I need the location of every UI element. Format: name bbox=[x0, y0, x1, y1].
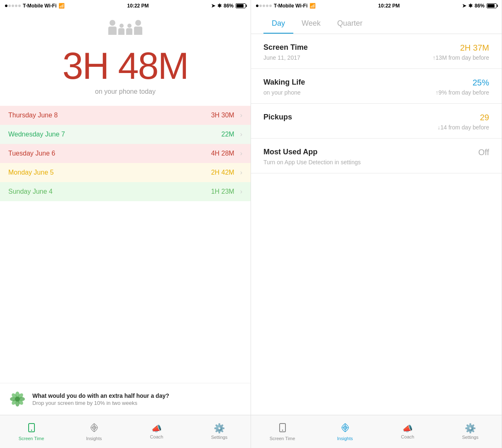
stat-value: 25% bbox=[473, 78, 489, 88]
coach-flower-icon bbox=[8, 390, 27, 408]
stat-bottom: June 11, 2017 ↑13M from day before bbox=[263, 54, 489, 61]
dot1 bbox=[5, 5, 7, 7]
right-panel: T-Mobile Wi-Fi 📶 10:22 PM ➤ ✱ 86% Day We… bbox=[251, 0, 502, 448]
day-row[interactable]: Thursday June 8 3H 30M › bbox=[0, 106, 251, 125]
person-body bbox=[118, 28, 124, 35]
stat-top: Waking Life 25% bbox=[263, 78, 489, 88]
tab-coach-label-left: Coach bbox=[150, 434, 163, 439]
tab-insights-left[interactable]: Insights bbox=[63, 423, 125, 441]
person-body bbox=[126, 28, 132, 35]
person-adult-left bbox=[108, 20, 117, 35]
dot4 bbox=[15, 5, 17, 7]
stat-title: Screen Time bbox=[263, 43, 308, 52]
day-row[interactable]: Sunday June 4 1H 23M › bbox=[0, 182, 251, 201]
carrier-right: T-Mobile Wi-Fi bbox=[274, 3, 307, 9]
svg-point-8 bbox=[15, 397, 20, 402]
person-child-1 bbox=[118, 24, 124, 35]
tab-settings-label-left: Settings bbox=[211, 435, 228, 440]
stat-top: Pickups 29 bbox=[263, 113, 489, 122]
dot4r bbox=[266, 5, 268, 7]
tab-settings-label-right: Settings bbox=[462, 435, 479, 440]
tab-day[interactable]: Day bbox=[263, 16, 293, 34]
chevron-icon: › bbox=[240, 169, 242, 176]
stat-change: ↓14 from day before bbox=[437, 124, 489, 131]
status-bar-right: T-Mobile Wi-Fi 📶 10:22 PM ➤ ✱ 86% bbox=[251, 0, 502, 12]
tab-settings-right[interactable]: ⚙️ Settings bbox=[439, 424, 502, 440]
stat-subtitle: June 11, 2017 bbox=[263, 54, 300, 61]
day-name: Tuesday June 6 bbox=[8, 150, 55, 157]
day-row[interactable]: Monday June 5 2H 42M › bbox=[0, 163, 251, 182]
battery-icon-left bbox=[236, 3, 246, 8]
stat-change: ↑13M from day before bbox=[433, 54, 489, 61]
person-body bbox=[134, 27, 142, 35]
day-row[interactable]: Wednesday June 7 22M › bbox=[0, 125, 251, 144]
coach-text: What would you do with an extra half hou… bbox=[32, 392, 169, 406]
battery-pct-left: 86% bbox=[224, 3, 234, 9]
person-head bbox=[110, 20, 115, 26]
stat-title: Waking Life bbox=[263, 78, 305, 87]
person-child-2 bbox=[126, 24, 132, 35]
signal-dots-right bbox=[256, 5, 272, 7]
big-time-subtitle: on your phone today bbox=[0, 88, 251, 95]
stat-row: Waking Life 25% on your phone ↑9% from d… bbox=[251, 69, 502, 104]
dot3 bbox=[12, 5, 14, 7]
tab-insights-right[interactable]: Insights bbox=[314, 423, 376, 441]
stat-value: 2H 37M bbox=[460, 43, 489, 53]
coach-icon-left: 📣 bbox=[151, 424, 162, 433]
tab-week[interactable]: Week bbox=[293, 16, 329, 34]
stat-row: Most Used App Off Turn on App Use Detect… bbox=[251, 139, 502, 173]
stat-value: 29 bbox=[480, 113, 489, 122]
person-body bbox=[108, 27, 117, 35]
tab-quarter[interactable]: Quarter bbox=[329, 16, 371, 34]
status-right-left: ➤ ✱ 86% bbox=[211, 3, 246, 9]
stat-value: Off bbox=[478, 148, 489, 157]
tab-coach-left[interactable]: 📣 Coach bbox=[125, 424, 188, 439]
dot5r bbox=[269, 5, 272, 7]
settings-icon-right: ⚙️ bbox=[465, 424, 476, 433]
tab-screen-time-right[interactable]: Screen Time bbox=[251, 423, 314, 441]
day-time: 1H 23M › bbox=[211, 188, 242, 195]
status-left-right: T-Mobile Wi-Fi 📶 bbox=[256, 3, 316, 9]
tab-screen-time-label-left: Screen Time bbox=[19, 436, 44, 441]
tab-coach-right[interactable]: 📣 Coach bbox=[376, 424, 439, 439]
tab-bar-right: Screen Time Insights 📣 Coach ⚙️ Settings bbox=[251, 415, 502, 448]
day-row[interactable]: Tuesday June 6 4H 28M › bbox=[0, 144, 251, 163]
day-time: 22M › bbox=[222, 131, 242, 138]
stat-change: ↑9% from day before bbox=[436, 89, 489, 96]
signal-dots bbox=[5, 5, 21, 7]
day-time: 2H 42M › bbox=[211, 169, 242, 176]
coach-icon-right: 📣 bbox=[402, 424, 413, 433]
left-panel-content: 3H 48M on your phone today Thursday June… bbox=[0, 12, 251, 415]
tab-insights-label-right: Insights bbox=[337, 436, 353, 441]
battery-fill-left bbox=[236, 4, 244, 7]
tab-settings-left[interactable]: ⚙️ Settings bbox=[188, 424, 251, 440]
location-icon-right: ➤ bbox=[462, 3, 466, 9]
insights-icon-left bbox=[89, 423, 99, 434]
stat-subtitle: Turn on App Use Detection in settings bbox=[263, 159, 361, 166]
family-icon bbox=[108, 20, 142, 35]
day-name: Monday June 5 bbox=[8, 169, 54, 176]
dot2 bbox=[8, 5, 11, 7]
right-panel-content: Day Week Quarter Screen Time 2H 37M June… bbox=[251, 12, 502, 415]
phone-icon-left bbox=[27, 423, 37, 434]
wifi-icon-left: 📶 bbox=[58, 3, 65, 9]
tab-insights-label-left: Insights bbox=[86, 436, 102, 441]
big-time-display: 3H 48M on your phone today bbox=[0, 39, 251, 97]
stat-title: Most Used App bbox=[263, 148, 317, 156]
dot3r bbox=[263, 5, 265, 7]
days-list: Thursday June 8 3H 30M › Wednesday June … bbox=[0, 106, 251, 383]
carrier-left: T-Mobile Wi-Fi bbox=[23, 3, 56, 9]
person-head bbox=[119, 24, 124, 28]
dot1r bbox=[256, 5, 258, 7]
insights-icon-right bbox=[340, 423, 350, 434]
battery-icon-right bbox=[487, 3, 497, 8]
left-panel: T-Mobile Wi-Fi 📶 10:22 PM ➤ ✱ 86% bbox=[0, 0, 251, 448]
status-bar-left: T-Mobile Wi-Fi 📶 10:22 PM ➤ ✱ 86% bbox=[0, 0, 251, 12]
tab-coach-label-right: Coach bbox=[401, 434, 414, 439]
stat-top: Screen Time 2H 37M bbox=[263, 43, 489, 53]
chevron-icon: › bbox=[240, 131, 242, 138]
location-icon-left: ➤ bbox=[211, 3, 215, 9]
big-time-value: 3H 48M bbox=[0, 47, 251, 85]
day-name: Thursday June 8 bbox=[8, 112, 58, 119]
tab-screen-time-left[interactable]: Screen Time bbox=[0, 423, 63, 441]
